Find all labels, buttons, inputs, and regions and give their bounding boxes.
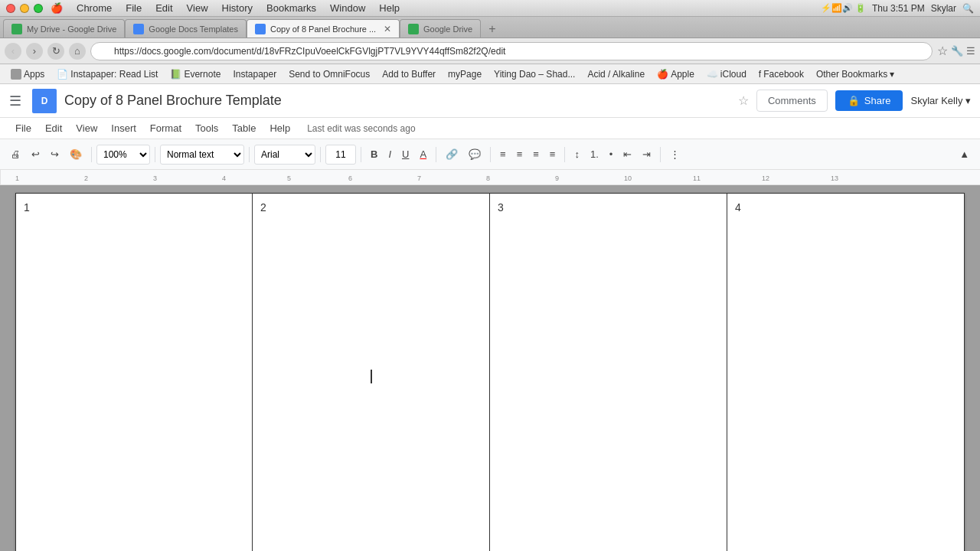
underline-button[interactable]: U (397, 144, 413, 165)
bookmark-yiting[interactable]: Yiting Dao – Shad... (489, 67, 580, 81)
bookmark-acid[interactable]: Acid / Alkaline (583, 67, 649, 81)
forward-button[interactable]: › (26, 43, 43, 60)
comments-button[interactable]: Comments (756, 90, 828, 112)
panel-number-2: 2 (260, 201, 266, 214)
bookmark-facebook[interactable]: f Facebook (754, 67, 808, 81)
print-button[interactable]: 🖨 (6, 144, 25, 165)
address-input[interactable] (90, 42, 933, 60)
apple-menu[interactable]: 🍎 (51, 2, 63, 14)
decrease-indent-button[interactable]: ⇤ (619, 144, 636, 165)
star-button[interactable]: ☆ (738, 93, 749, 108)
bookmark-apps[interactable]: Apps (6, 67, 49, 81)
panel-3[interactable]: 3 (490, 193, 727, 551)
justify-button[interactable]: ≡ (545, 144, 560, 165)
bookmark-label: Instapaper (233, 69, 276, 80)
separator (249, 147, 250, 162)
bookmark-label: myPage (448, 69, 482, 80)
bookmark-omnifocus[interactable]: Send to OmniFocus (284, 67, 374, 81)
user-account[interactable]: Skylar Kelly ▾ (910, 95, 971, 106)
style-select[interactable]: Normal text (160, 145, 244, 165)
tab-close-button[interactable]: ✕ (384, 24, 391, 34)
chrome-menu[interactable]: Chrome (77, 2, 112, 14)
redo-button[interactable]: ↪ (46, 144, 64, 165)
bookmark-other[interactable]: Other Bookmarks ▾ (812, 67, 899, 81)
maximize-button[interactable] (34, 4, 43, 13)
bookmark-apple[interactable]: 🍎 Apple (652, 67, 699, 81)
zoom-select[interactable]: 100% (96, 145, 150, 165)
bookmark-label: Facebook (763, 69, 804, 80)
bookmark-mypage[interactable]: myPage (443, 67, 486, 81)
bookmark-instapaper[interactable]: Instapaper (228, 67, 281, 81)
new-tab-button[interactable]: + (484, 21, 500, 37)
reload-button[interactable]: ↻ (47, 43, 64, 60)
file-menu-item[interactable]: File (9, 119, 38, 137)
view-menu[interactable]: View (187, 2, 208, 14)
unordered-list-button[interactable]: • (605, 144, 618, 165)
formatting-toolbar: 🖨 ↩ ↪ 🎨 100% Normal text Arial B I U A (0, 139, 980, 170)
bookmark-icon: f (759, 69, 761, 80)
collapse-toolbar-button[interactable]: ▲ (955, 144, 974, 165)
last-edit-status: Last edit was seconds ago (307, 123, 415, 134)
panel-1[interactable]: 1 (15, 193, 253, 551)
tab-templates[interactable]: Google Docs Templates (125, 19, 247, 37)
insert-menu-item[interactable]: Insert (105, 119, 142, 137)
paint-format-button[interactable]: 🎨 (65, 144, 87, 165)
tab-brochure[interactable]: Copy of 8 Panel Brochure ... ✕ (247, 19, 400, 37)
file-menu[interactable]: File (126, 2, 142, 14)
line-spacing-button[interactable]: ↕ (570, 144, 584, 165)
ordered-list-button[interactable]: 1. (586, 144, 603, 165)
bold-button[interactable]: B (366, 144, 382, 165)
text-color-button[interactable]: A (415, 144, 431, 165)
font-select[interactable]: Arial (254, 145, 315, 165)
window-menu[interactable]: Window (330, 2, 365, 14)
doc-body: ☰ D Copy of 8 Panel Brochure Template ☆ … (0, 84, 980, 551)
table-menu-item[interactable]: Table (226, 119, 262, 137)
font-size-input[interactable] (325, 145, 356, 165)
tab-googledrive[interactable]: Google Drive (400, 19, 481, 37)
bookmark-label: Send to OmniFocus (289, 69, 370, 80)
view-menu-item[interactable]: View (70, 119, 103, 137)
bookmarks-menu[interactable]: Bookmarks (266, 2, 316, 14)
edit-menu-item[interactable]: Edit (39, 119, 68, 137)
link-button[interactable]: 🔗 (441, 144, 462, 165)
panel-2[interactable]: 2 (253, 193, 490, 551)
help-menu[interactable]: Help (379, 2, 400, 14)
tools-menu-item[interactable]: Tools (189, 119, 224, 137)
document-area[interactable]: 1 2 3 4 (0, 185, 980, 551)
home-button[interactable]: ⌂ (69, 43, 86, 60)
tab-label: Google Docs Templates (149, 24, 238, 34)
align-center-button[interactable]: ≡ (512, 144, 528, 165)
panel-4[interactable]: 4 (727, 193, 965, 551)
bookmark-star-icon[interactable]: ☆ (937, 44, 948, 58)
align-left-button[interactable]: ≡ (495, 144, 511, 165)
bookmark-icloud[interactable]: ☁️ iCloud (702, 67, 751, 81)
undo-button[interactable]: ↩ (27, 144, 44, 165)
close-button[interactable] (6, 4, 15, 13)
menu-icon[interactable]: ☰ (966, 45, 975, 57)
bookmark-evernote[interactable]: 📗 Evernote (165, 67, 225, 81)
comment-button[interactable]: 💬 (464, 144, 485, 165)
sidebar-toggle-icon[interactable]: ☰ (9, 93, 21, 109)
search-icon[interactable]: 🔍 (962, 3, 974, 14)
increase-indent-button[interactable]: ⇥ (638, 144, 655, 165)
back-button[interactable]: ‹ (5, 43, 21, 60)
bookmark-icon: 📗 (170, 69, 181, 80)
separator (660, 147, 661, 162)
more-button[interactable]: ⋮ (665, 144, 684, 165)
bookmark-label: Apple (671, 69, 694, 80)
tab-mydrive[interactable]: My Drive - Google Drive (3, 19, 125, 37)
format-menu-item[interactable]: Format (144, 119, 188, 137)
document-title[interactable]: Copy of 8 Panel Brochure Template (64, 93, 727, 109)
italic-button[interactable]: I (384, 144, 396, 165)
text-cursor (371, 370, 372, 383)
extensions-icon[interactable]: 🔧 (951, 45, 963, 57)
bookmark-buffer[interactable]: Add to Buffer (377, 67, 440, 81)
svg-text:4: 4 (222, 174, 226, 182)
align-right-button[interactable]: ≡ (528, 144, 544, 165)
history-menu[interactable]: History (222, 2, 253, 14)
help-menu-item[interactable]: Help (263, 119, 296, 137)
edit-menu[interactable]: Edit (155, 2, 172, 14)
bookmark-instapaper-read[interactable]: 📄 Instapaper: Read List (52, 67, 162, 81)
minimize-button[interactable] (20, 4, 29, 13)
share-button[interactable]: 🔒 Share (835, 90, 903, 111)
